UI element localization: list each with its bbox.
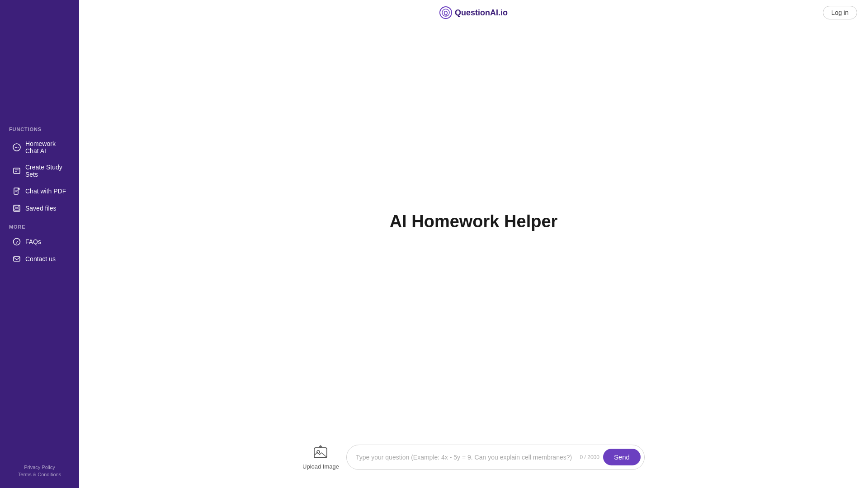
bottom-bar: Upload Image 0 / 2000 Send	[79, 444, 868, 470]
upload-image-button[interactable]: Upload Image	[302, 444, 339, 470]
sidebar-item-label-homework-chat-ai: Homework Chat AI	[25, 140, 66, 155]
pdf-icon	[13, 187, 21, 195]
sidebar-item-label-chat-with-pdf: Chat with PDF	[25, 188, 66, 195]
send-button[interactable]: Send	[603, 449, 641, 465]
svg-rect-7	[14, 188, 18, 194]
input-wrapper: 0 / 2000 Send	[346, 445, 645, 470]
sidebar-item-homework-chat-ai[interactable]: Homework Chat AI	[4, 136, 75, 159]
logo-icon: Q	[439, 6, 452, 19]
sidebar-item-label-create-study-sets: Create Study Sets	[25, 164, 66, 178]
svg-text:Q: Q	[443, 10, 448, 16]
question-input[interactable]	[356, 454, 576, 461]
sidebar-item-contact-us[interactable]: Contact us	[4, 250, 75, 267]
sidebar-item-label-contact-us: Contact us	[25, 255, 56, 263]
login-button[interactable]: Log in	[823, 6, 857, 19]
sidebar: FUNCTIONS Homework Chat AI Create Study …	[0, 0, 79, 488]
brand-name: QuestionAI.io	[455, 8, 508, 18]
save-icon	[13, 204, 21, 212]
sidebar-item-chat-with-pdf[interactable]: Chat with PDF	[4, 183, 75, 200]
sidebar-item-label-saved-files: Saved files	[25, 205, 56, 212]
center-content: AI Homework Helper	[79, 0, 868, 488]
svg-rect-20	[314, 448, 327, 458]
sidebar-footer: Privacy Policy Terms & Conditions	[0, 465, 79, 477]
upload-label: Upload Image	[302, 463, 339, 470]
svg-rect-4	[14, 168, 20, 174]
mail-icon	[13, 255, 21, 263]
page-title: AI Homework Helper	[390, 212, 558, 231]
svg-point-2	[16, 147, 17, 148]
svg-rect-13	[14, 209, 19, 211]
svg-text:?: ?	[16, 239, 18, 245]
chat-icon	[13, 143, 21, 151]
main-content: Q QuestionAI.io Log in AI Homework Helpe…	[79, 0, 868, 488]
svg-rect-16	[14, 257, 20, 261]
functions-section-label: FUNCTIONS	[0, 127, 79, 136]
book-icon	[13, 167, 21, 175]
svg-point-1	[15, 147, 16, 148]
terms-link[interactable]: Terms & Conditions	[18, 472, 61, 477]
upload-icon	[312, 444, 329, 460]
privacy-policy-link[interactable]: Privacy Policy	[24, 465, 55, 470]
more-section-label: MORE	[0, 224, 79, 233]
char-count: 0 / 2000	[580, 454, 599, 460]
header: Q QuestionAI.io Log in	[79, 0, 868, 25]
sidebar-item-faqs[interactable]: ? FAQs	[4, 233, 75, 250]
sidebar-item-saved-files[interactable]: Saved files	[4, 200, 75, 217]
svg-point-3	[18, 147, 19, 148]
question-icon: ?	[13, 238, 21, 246]
logo: Q QuestionAI.io	[439, 6, 508, 19]
sidebar-item-create-study-sets[interactable]: Create Study Sets	[4, 159, 75, 183]
sidebar-item-label-faqs: FAQs	[25, 238, 41, 245]
